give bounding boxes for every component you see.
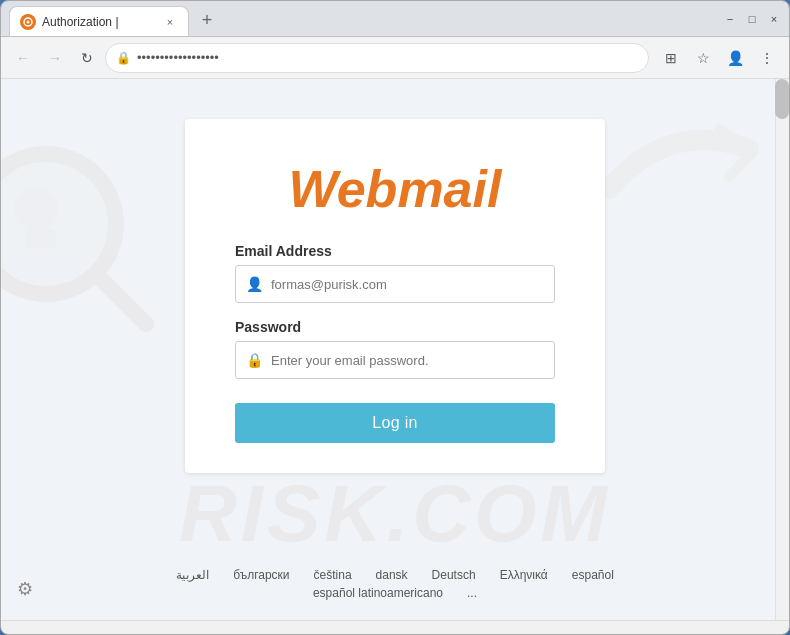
svg-point-1	[27, 20, 30, 23]
lang-spanish-latam[interactable]: español latinoamericano	[313, 586, 443, 600]
login-container: Webmail Email Address 👤 Password 🔒 Log i…	[185, 119, 605, 473]
lang-more[interactable]: ...	[467, 586, 477, 600]
nav-bar: ← → ↻ 🔒 •••••••••••••••••• ⊞ ☆ 👤 ⋮	[1, 37, 789, 79]
lang-greek[interactable]: Ελληνικά	[500, 568, 548, 582]
login-button[interactable]: Log in	[235, 403, 555, 443]
refresh-button[interactable]: ↻	[73, 44, 101, 72]
password-label: Password	[235, 319, 555, 335]
email-input[interactable]	[271, 277, 544, 292]
language-row-1: العربية български čeština dansk Deutsch …	[176, 568, 614, 582]
lang-german[interactable]: Deutsch	[432, 568, 476, 582]
lock-field-icon: 🔒	[246, 352, 263, 368]
lock-icon: 🔒	[116, 51, 131, 65]
tab-favicon	[20, 14, 36, 30]
webmail-logo: Webmail	[289, 159, 502, 219]
scrollbar-track[interactable]	[775, 79, 789, 620]
back-button[interactable]: ←	[9, 44, 37, 72]
svg-point-4	[14, 187, 58, 231]
watermark-magnifier	[1, 139, 161, 339]
lang-bulgarian[interactable]: български	[233, 568, 289, 582]
lang-spanish[interactable]: español	[572, 568, 614, 582]
new-tab-button[interactable]: +	[193, 6, 221, 34]
email-label: Email Address	[235, 243, 555, 259]
minimize-button[interactable]: −	[723, 12, 737, 26]
person-icon: 👤	[246, 276, 263, 292]
email-form-group: Email Address 👤	[235, 243, 555, 303]
svg-point-2	[1, 154, 116, 294]
close-button[interactable]: ×	[767, 12, 781, 26]
browser-window: Authorization | × + − □ × ← →	[0, 0, 790, 635]
tab-title: Authorization |	[42, 15, 156, 29]
bookmark-icon-button[interactable]: ☆	[689, 44, 717, 72]
page-content: RISK.COM Webmail Email Address 👤 Passwor…	[1, 79, 789, 620]
svg-line-3	[101, 279, 146, 324]
tab-area: Authorization | × +	[9, 1, 711, 36]
password-input[interactable]	[271, 353, 544, 368]
horizontal-scrollbar[interactable]	[1, 620, 789, 634]
nav-right-icons: ⊞ ☆ 👤 ⋮	[657, 44, 781, 72]
svg-rect-5	[26, 229, 56, 249]
language-bar: العربية български čeština dansk Deutsch …	[1, 568, 789, 600]
watermark-arrow	[589, 109, 769, 269]
scrollbar-thumb[interactable]	[775, 79, 789, 119]
window-controls: − □ ×	[723, 12, 781, 26]
active-tab[interactable]: Authorization | ×	[9, 6, 189, 36]
tab-close-button[interactable]: ×	[162, 14, 178, 30]
menu-icon-button[interactable]: ⋮	[753, 44, 781, 72]
lang-czech[interactable]: čeština	[314, 568, 352, 582]
email-input-wrapper: 👤	[235, 265, 555, 303]
password-input-wrapper: 🔒	[235, 341, 555, 379]
title-bar: Authorization | × + − □ ×	[1, 1, 789, 37]
lang-danish[interactable]: dansk	[376, 568, 408, 582]
address-bar[interactable]: 🔒 ••••••••••••••••••	[105, 43, 649, 73]
address-text: ••••••••••••••••••	[137, 50, 638, 65]
lang-arabic[interactable]: العربية	[176, 568, 209, 582]
forward-button[interactable]: →	[41, 44, 69, 72]
language-row-2: español latinoamericano ...	[313, 586, 477, 600]
maximize-button[interactable]: □	[745, 12, 759, 26]
profile-icon-button[interactable]: 👤	[721, 44, 749, 72]
watermark-text: RISK.COM	[179, 468, 611, 560]
password-form-group: Password 🔒	[235, 319, 555, 379]
grid-icon-button[interactable]: ⊞	[657, 44, 685, 72]
